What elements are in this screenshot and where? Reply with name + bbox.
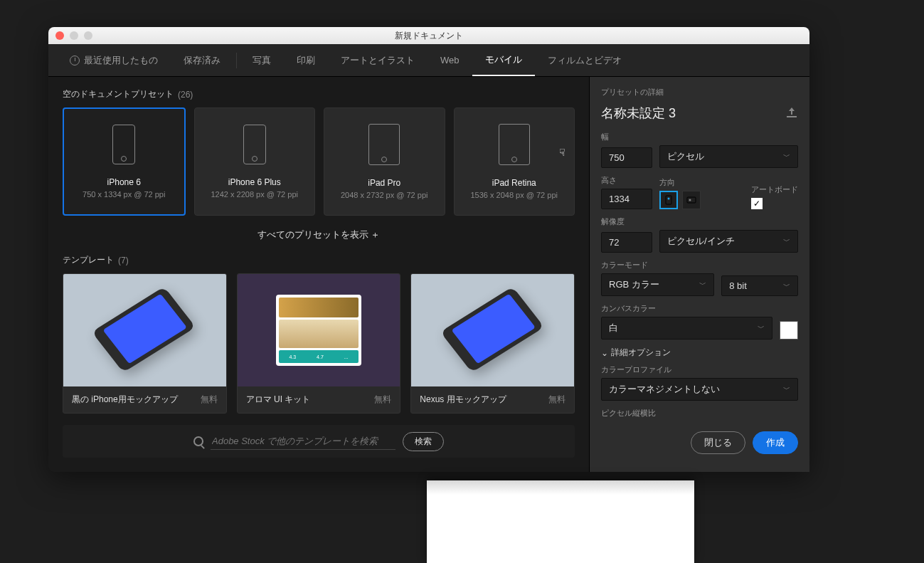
resolution-input[interactable] <box>601 232 652 253</box>
preset-details-panel: プリセットの詳細 名称未設定 3 幅 ピクセル﹀ 高さ <box>589 77 809 472</box>
tab-film[interactable]: フィルムとビデオ <box>535 44 634 76</box>
orientation-landscape-button[interactable] <box>682 191 701 209</box>
svg-rect-2 <box>687 197 696 203</box>
color-profile-select[interactable]: カラーマネジメントしない﹀ <box>601 378 798 401</box>
artboard-label: アートボード <box>751 184 798 195</box>
resolution-unit-select[interactable]: ピクセル/インチ﹀ <box>659 230 798 253</box>
blank-presets-header: 空のドキュメントプリセット (26) <box>63 88 575 100</box>
height-input[interactable] <box>601 189 652 209</box>
chevron-down-icon: ﹀ <box>758 323 765 333</box>
window-title: 新規ドキュメント <box>48 30 809 42</box>
details-header: プリセットの詳細 <box>601 87 798 98</box>
chevron-down-icon: ﹀ <box>783 152 790 162</box>
pixel-aspect-label: ピクセル縦横比 <box>601 408 798 419</box>
chevron-down-icon: ﹀ <box>699 280 706 290</box>
svg-point-1 <box>668 198 670 200</box>
template-thumbnail: 4.34.7... <box>238 274 400 386</box>
canvas-color-label: カンバスカラー <box>601 303 798 314</box>
canvas-color-select[interactable]: 白﹀ <box>601 317 772 340</box>
template-thumbnail <box>63 274 226 386</box>
close-button[interactable]: 閉じる <box>691 431 745 454</box>
unit-select[interactable]: ピクセル﹀ <box>659 145 798 168</box>
preset-ipadretina[interactable]: iPad Retina 1536 x 2048 px @ 72 ppi <box>454 107 575 216</box>
tab-photo[interactable]: 写真 <box>240 44 284 76</box>
template-nexus-mockup[interactable]: Nexus 用モックアップ 無料 <box>410 273 575 414</box>
advanced-options-toggle[interactable]: ⌄ 詳細オプション <box>601 347 798 359</box>
zoom-window-icon[interactable] <box>84 31 92 40</box>
titlebar: 新規ドキュメント <box>48 27 809 44</box>
new-document-dialog: 新規ドキュメント 最近使用したもの 保存済み 写真 印刷 アートとイラスト We… <box>48 27 809 472</box>
phone-icon <box>243 125 266 164</box>
chevron-down-icon: ﹀ <box>783 384 790 394</box>
download-preset-icon[interactable] <box>785 106 798 121</box>
tab-separator <box>236 53 237 68</box>
canvas-peek <box>427 480 694 563</box>
resolution-label: 解像度 <box>601 216 798 227</box>
tab-mobile[interactable]: モバイル <box>472 44 535 76</box>
tablet-icon <box>368 124 400 165</box>
template-iphone-mockup[interactable]: 黒の iPhone用モックアップ 無料 <box>63 273 227 414</box>
search-button[interactable]: 検索 <box>403 432 444 451</box>
bitdepth-select[interactable]: 8 bit﹀ <box>721 275 798 296</box>
tab-saved[interactable]: 保存済み <box>171 44 233 76</box>
svg-point-3 <box>689 199 691 201</box>
tab-art[interactable]: アートとイラスト <box>328 44 428 76</box>
width-input[interactable] <box>601 147 652 168</box>
tab-web[interactable]: Web <box>428 44 472 76</box>
chevron-down-icon: ﹀ <box>783 281 790 291</box>
templates-header: テンプレート (7) <box>63 254 575 266</box>
tab-print[interactable]: 印刷 <box>284 44 328 76</box>
chevron-down-icon: ⌄ <box>601 348 608 358</box>
chevron-down-icon: ﹀ <box>783 236 790 246</box>
tab-recent[interactable]: 最近使用したもの <box>57 44 171 76</box>
stock-search-input[interactable] <box>211 433 395 450</box>
window-controls <box>55 31 92 40</box>
create-button[interactable]: 作成 <box>753 431 798 454</box>
show-all-presets-link[interactable]: すべてのプリセットを表示 ＋ <box>63 228 575 241</box>
svg-rect-0 <box>666 196 671 204</box>
orientation-portrait-button[interactable] <box>659 191 678 209</box>
stock-search-bar: 検索 <box>63 425 575 458</box>
preset-panel: 空のドキュメントプリセット (26) iPhone 6 750 x 1334 p… <box>48 77 589 472</box>
tablet-icon <box>499 124 530 165</box>
category-tabs: 最近使用したもの 保存済み 写真 印刷 アートとイラスト Web モバイル フィ… <box>48 44 809 77</box>
canvas-color-swatch[interactable] <box>780 321 798 340</box>
artboard-checkbox[interactable]: ✓ <box>751 198 763 209</box>
orientation-label: 方向 <box>659 177 701 188</box>
preset-iphone6plus[interactable]: iPhone 6 Plus 1242 x 2208 px @ 72 ppi <box>194 107 316 216</box>
template-aroma-ui[interactable]: 4.34.7... アロマ UI キット 無料 <box>237 273 401 414</box>
document-name[interactable]: 名称未設定 3 <box>601 105 676 122</box>
template-thumbnail <box>411 274 574 386</box>
colormode-select[interactable]: RGB カラー﹀ <box>601 273 714 296</box>
height-label: 高さ <box>601 175 652 186</box>
colormode-label: カラーモード <box>601 260 798 270</box>
preset-iphone6[interactable]: iPhone 6 750 x 1334 px @ 72 ppi <box>63 107 186 216</box>
minimize-window-icon[interactable] <box>70 31 78 40</box>
search-icon <box>193 436 203 446</box>
color-profile-label: カラープロファイル <box>601 364 798 375</box>
clock-icon <box>70 56 80 65</box>
close-window-icon[interactable] <box>55 31 64 40</box>
width-label: 幅 <box>601 132 798 142</box>
phone-icon <box>112 125 135 164</box>
preset-ipadpro[interactable]: iPad Pro 2048 x 2732 px @ 72 ppi <box>324 107 445 216</box>
